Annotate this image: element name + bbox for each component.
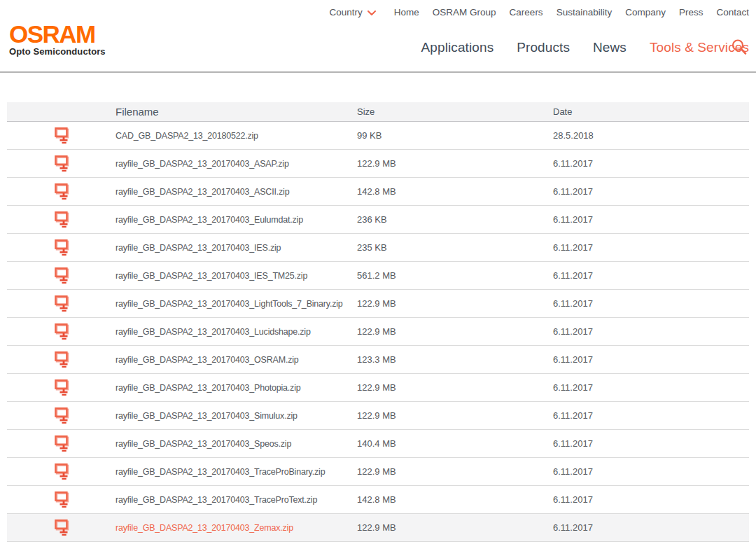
- filename-link[interactable]: rayfile_GB_DASPA2_13_20170403_TraceProBi…: [115, 467, 325, 477]
- filename-link[interactable]: rayfile_GB_DASPA2_13_20170403_Zemax.zip: [115, 523, 293, 533]
- file-size: 99 KB: [357, 130, 553, 141]
- filename-cell: rayfile_GB_DASPA2_13_20170403_Speos.zip: [115, 438, 357, 449]
- icon-cell: [7, 211, 115, 228]
- filename-cell: rayfile_GB_DASPA2_13_20170403_IES_TM25.z…: [115, 270, 357, 281]
- table-row: rayfile_GB_DASPA2_13_20170403_TraceProBi…: [7, 458, 749, 486]
- icon-cell: [7, 155, 115, 172]
- file-size: 142.8 MB: [357, 494, 553, 505]
- utility-nav-link[interactable]: Company: [625, 7, 666, 18]
- download-link[interactable]: [54, 519, 69, 536]
- filename-link[interactable]: rayfile_GB_DASPA2_13_20170403_IES.zip: [115, 243, 281, 253]
- main-nav-link[interactable]: News: [593, 40, 626, 55]
- file-size: 122.9 MB: [357, 158, 553, 169]
- download-link[interactable]: [54, 239, 69, 256]
- filename-link[interactable]: rayfile_GB_DASPA2_13_20170403_ASAP.zip: [115, 159, 289, 169]
- table-row: rayfile_GB_DASPA2_13_20170403_IES_TM25.z…: [7, 262, 749, 290]
- filename-link[interactable]: rayfile_GB_DASPA2_13_20170403_ASCII.zip: [115, 187, 289, 197]
- icon-cell: [7, 239, 115, 256]
- osram-logo-tagline: Opto Semiconductors: [9, 46, 106, 57]
- utility-nav-link[interactable]: OSRAM Group: [433, 7, 496, 18]
- osram-logo[interactable]: OSRAM Opto Semiconductors: [9, 24, 106, 57]
- utility-nav-link[interactable]: Careers: [510, 7, 543, 18]
- icon-cell: [7, 407, 115, 424]
- filename-cell: rayfile_GB_DASPA2_13_20170403_LightTools…: [115, 298, 357, 309]
- site-header: OSRAM Opto Semiconductors Country HomeOS…: [0, 0, 756, 71]
- download-link[interactable]: [54, 183, 69, 200]
- file-date: 6.11.2017: [553, 466, 749, 477]
- table-row: rayfile_GB_DASPA2_13_20170403_LightTools…: [7, 290, 749, 318]
- filename-link[interactable]: rayfile_GB_DASPA2_13_20170403_LightTools…: [115, 299, 343, 309]
- download-link[interactable]: [54, 155, 69, 172]
- country-label: Country: [330, 7, 363, 18]
- download-link[interactable]: [54, 407, 69, 424]
- utility-nav-link[interactable]: Sustainability: [556, 7, 612, 18]
- search-icon: [731, 39, 748, 57]
- download-link[interactable]: [54, 267, 69, 284]
- download-file-icon: [54, 463, 69, 480]
- table-body: CAD_GB_DASPA2_13_20180522.zip 99 KB 28.5…: [7, 122, 749, 542]
- table-row: rayfile_GB_DASPA2_13_20170403_Lucidshape…: [7, 318, 749, 346]
- file-date: 6.11.2017: [553, 270, 749, 281]
- download-link[interactable]: [54, 435, 69, 452]
- file-date: 6.11.2017: [553, 410, 749, 421]
- main-nav-link[interactable]: Products: [517, 40, 570, 55]
- table-row: CAD_GB_DASPA2_13_20180522.zip 99 KB 28.5…: [7, 122, 749, 150]
- utility-nav-link[interactable]: Press: [679, 7, 704, 18]
- file-size: 561.2 MB: [357, 270, 553, 281]
- file-size: 236 KB: [357, 214, 553, 225]
- main-nav-link[interactable]: Applications: [421, 40, 494, 55]
- file-size: 142.8 MB: [357, 186, 553, 197]
- filename-cell: rayfile_GB_DASPA2_13_20170403_TraceProTe…: [115, 494, 357, 505]
- file-date: 6.11.2017: [553, 242, 749, 253]
- utility-nav-link[interactable]: Home: [394, 7, 419, 18]
- download-file-icon: [54, 435, 69, 452]
- table-row: rayfile_GB_DASPA2_13_20170403_ASCII.zip …: [7, 178, 749, 206]
- download-link[interactable]: [54, 351, 69, 368]
- table-row: rayfile_GB_DASPA2_13_20170403_Simulux.zi…: [7, 402, 749, 430]
- file-date: 28.5.2018: [553, 130, 749, 141]
- file-size: 123.3 MB: [357, 354, 553, 365]
- filename-link[interactable]: rayfile_GB_DASPA2_13_20170403_Simulux.zi…: [115, 411, 298, 421]
- download-link[interactable]: [54, 323, 69, 340]
- filename-link[interactable]: rayfile_GB_DASPA2_13_20170403_Eulumdat.z…: [115, 215, 303, 225]
- utility-nav-link[interactable]: Contact: [716, 7, 749, 18]
- filename-cell: rayfile_GB_DASPA2_13_20170403_IES.zip: [115, 242, 357, 253]
- download-file-icon: [54, 211, 69, 228]
- utility-nav: Country HomeOSRAM GroupCareersSustainabi…: [330, 7, 749, 18]
- country-selector[interactable]: Country: [330, 7, 376, 18]
- download-file-icon: [54, 155, 69, 172]
- icon-cell: [7, 379, 115, 396]
- download-file-icon: [54, 491, 69, 508]
- header-divider: [0, 71, 756, 73]
- icon-cell: [7, 183, 115, 200]
- table-row: rayfile_GB_DASPA2_13_20170403_Zemax.zip …: [7, 514, 749, 542]
- filename-cell: rayfile_GB_DASPA2_13_20170403_Simulux.zi…: [115, 410, 357, 421]
- filename-link[interactable]: rayfile_GB_DASPA2_13_20170403_IES_TM25.z…: [115, 271, 307, 281]
- download-link[interactable]: [54, 379, 69, 396]
- filename-link[interactable]: CAD_GB_DASPA2_13_20180522.zip: [115, 131, 258, 141]
- table-row: rayfile_GB_DASPA2_13_20170403_OSRAM.zip …: [7, 346, 749, 374]
- filename-link[interactable]: rayfile_GB_DASPA2_13_20170403_OSRAM.zip: [115, 355, 299, 365]
- file-size: 122.9 MB: [357, 326, 553, 337]
- download-link[interactable]: [54, 295, 69, 312]
- download-link[interactable]: [54, 211, 69, 228]
- search-button[interactable]: [731, 39, 748, 57]
- table-row: rayfile_GB_DASPA2_13_20170403_Photopia.z…: [7, 374, 749, 402]
- chevron-down-icon: [368, 11, 376, 16]
- file-size: 122.9 MB: [357, 410, 553, 421]
- filename-link[interactable]: rayfile_GB_DASPA2_13_20170403_Lucidshape…: [115, 327, 311, 337]
- filename-link[interactable]: rayfile_GB_DASPA2_13_20170403_Speos.zip: [115, 439, 291, 449]
- table-row: rayfile_GB_DASPA2_13_20170403_IES.zip 23…: [7, 234, 749, 262]
- file-size: 122.9 MB: [357, 382, 553, 393]
- file-date: 6.11.2017: [553, 438, 749, 449]
- download-link[interactable]: [54, 463, 69, 480]
- icon-cell: [7, 351, 115, 368]
- download-file-icon: [54, 323, 69, 340]
- download-link[interactable]: [54, 127, 69, 144]
- download-file-icon: [54, 407, 69, 424]
- file-date: 6.11.2017: [553, 326, 749, 337]
- download-link[interactable]: [54, 491, 69, 508]
- filename-link[interactable]: rayfile_GB_DASPA2_13_20170403_Photopia.z…: [115, 383, 300, 393]
- icon-cell: [7, 435, 115, 452]
- filename-link[interactable]: rayfile_GB_DASPA2_13_20170403_TraceProTe…: [115, 495, 317, 505]
